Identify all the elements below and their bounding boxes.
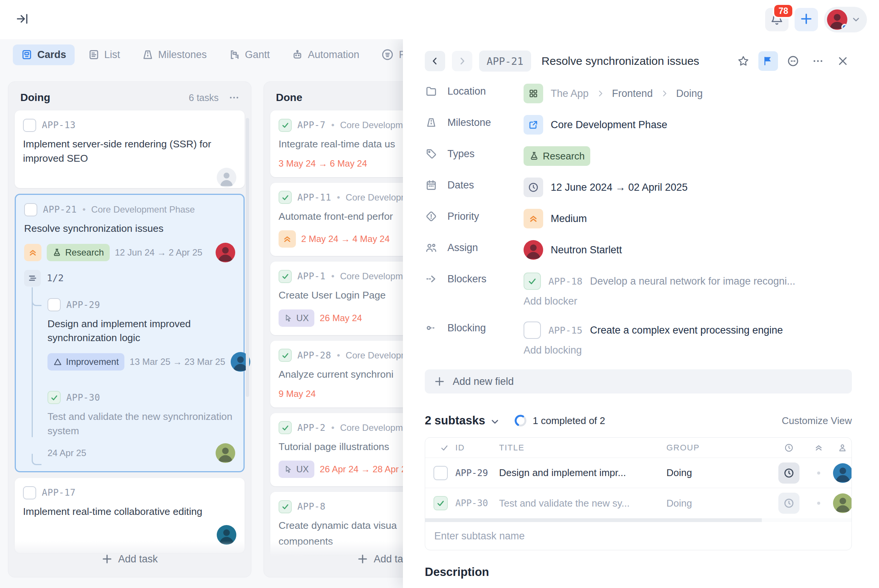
more-options-button[interactable]	[808, 51, 828, 71]
scrollbar-thumb[interactable]	[425, 518, 762, 522]
profile-menu[interactable]	[824, 7, 867, 32]
tab-automation[interactable]: Automation	[283, 44, 368, 65]
type-chip-label: Research	[65, 247, 104, 258]
field-dates: Dates 12 June 2024 → 02 April 2025	[425, 178, 852, 197]
subtask-row-group[interactable]: Doing	[666, 498, 773, 509]
blocking-checkbox[interactable]	[524, 322, 541, 339]
tab-milestones[interactable]: Milestones	[134, 44, 215, 65]
priority-empty-dot[interactable]	[817, 502, 820, 505]
create-task-button[interactable]	[795, 8, 818, 31]
type-chip-research[interactable]: Research	[524, 146, 590, 166]
column-scrollbar[interactable]	[246, 118, 249, 397]
subtask-row-checkbox[interactable]	[433, 466, 448, 480]
copy-link-button[interactable]	[783, 51, 803, 71]
task-card-selected[interactable]: APP-21 • Core Development Phase Resolve …	[15, 194, 245, 472]
blocker-checkbox-checked[interactable]	[524, 273, 541, 290]
column-menu-button[interactable]	[228, 92, 240, 103]
forward-button[interactable]	[452, 51, 472, 71]
subtask-row-title: Test and validate the new sy...	[499, 498, 666, 509]
assign-value[interactable]: Neutron Starlett	[524, 240, 852, 260]
subtask-checkbox-checked[interactable]	[47, 391, 61, 404]
card-list: APP-13 Implement server-side rendering (…	[8, 110, 251, 577]
type-chip-ux[interactable]: UX	[279, 309, 314, 327]
task-card[interactable]: APP-13 Implement server-side rendering (…	[15, 110, 245, 188]
assignee-avatar[interactable]	[216, 243, 235, 262]
column-header-group[interactable]: GROUP	[666, 443, 773, 453]
star-button[interactable]	[734, 51, 753, 71]
subtask-list-icon	[24, 270, 41, 286]
cursor-icon	[284, 465, 292, 473]
tab-cards[interactable]: Cards	[13, 44, 75, 65]
location-breadcrumb[interactable]: The App Frontend Doing	[524, 84, 852, 103]
topbar: 78	[0, 0, 879, 39]
breadcrumb-group[interactable]: Doing	[676, 88, 703, 100]
assignee-placeholder-icon[interactable]	[217, 168, 236, 187]
add-blocker-button[interactable]: Add blocker	[524, 296, 852, 307]
subtask-summary[interactable]: 1/2	[24, 270, 235, 286]
subtask-clock-button[interactable]	[778, 462, 799, 484]
close-panel-button[interactable]	[833, 51, 853, 71]
sidebar-expand-button[interactable]	[12, 9, 32, 30]
flag-button[interactable]	[758, 51, 778, 71]
add-task-button[interactable]: Add task	[8, 541, 251, 577]
panel-task-title[interactable]: Resolve synchronization issues	[542, 55, 727, 67]
blocker-task-title: Develop a neural network for image recog…	[590, 276, 795, 287]
milestone-value[interactable]: Core Development Phase	[524, 115, 852, 135]
dates-value[interactable]: 12 June 2024 → 02 April 2025	[524, 178, 852, 197]
blocker-task-id: APP-18	[548, 276, 582, 287]
subtask-clock-button[interactable]	[778, 493, 799, 514]
assignee-avatar[interactable]	[216, 443, 235, 463]
chevron-down-icon[interactable]	[490, 416, 500, 427]
task-checkbox-checked[interactable]	[279, 119, 292, 132]
task-id-chip[interactable]: APP-21	[479, 51, 531, 72]
task-checkbox-checked[interactable]	[279, 349, 292, 362]
subtask-assignee-avatar[interactable]	[833, 463, 852, 483]
bullet-separator: •	[331, 271, 334, 282]
milestone-name: Core Development Phase	[551, 119, 667, 131]
subtask-checkbox[interactable]	[47, 298, 61, 311]
task-checkbox[interactable]	[24, 203, 37, 216]
new-subtask-input[interactable]	[434, 530, 810, 542]
blocker-item[interactable]: APP-18 Develop a neural network for imag…	[524, 271, 852, 291]
task-checkbox-checked[interactable]	[279, 191, 292, 204]
priority-medium-chip[interactable]	[279, 230, 296, 248]
blocking-item[interactable]: APP-15 Create a complex event processing…	[524, 320, 852, 340]
back-button[interactable]	[425, 51, 445, 71]
type-chip-label: UX	[296, 464, 309, 475]
type-chip-ux[interactable]: UX	[279, 461, 314, 478]
subtask-row-checkbox-checked[interactable]	[433, 496, 448, 510]
type-chip-improvement[interactable]: Improvement	[47, 353, 124, 371]
field-label: Blocking	[425, 320, 524, 334]
task-checkbox[interactable]	[23, 486, 36, 499]
column-header-id[interactable]: ID	[455, 443, 499, 453]
breadcrumb-workspace[interactable]: The App	[551, 88, 589, 100]
task-checkbox-checked[interactable]	[279, 500, 292, 513]
tab-list[interactable]: List	[80, 44, 129, 65]
subtask-card[interactable]: APP-29 Design and implement improved syn…	[47, 289, 235, 372]
assignee-row	[23, 168, 236, 187]
table-horizontal-scrollbar[interactable]	[425, 518, 851, 522]
priority-medium-chip[interactable]	[24, 244, 41, 261]
check-column-icon	[433, 443, 455, 452]
add-new-field-button[interactable]: Add new field	[425, 369, 852, 394]
task-checkbox-checked[interactable]	[279, 421, 292, 434]
customize-view-button[interactable]: Customize View	[782, 415, 852, 427]
subtask-assignee-avatar[interactable]	[833, 493, 852, 513]
automation-robot-icon	[292, 49, 303, 60]
task-detail-panel: APP-21 Resolve synchronization issues	[403, 39, 879, 588]
add-blocking-button[interactable]: Add blocking	[524, 345, 852, 356]
field-label-text: Dates	[447, 179, 474, 191]
priority-value[interactable]: Medium	[524, 209, 852, 228]
subtask-row-completed[interactable]: APP-30 Test and validate the new sy... D…	[425, 488, 851, 518]
breadcrumb-team[interactable]: Frontend	[612, 88, 653, 100]
subtask-card[interactable]: APP-30 Test and validate the new synchro…	[47, 372, 235, 463]
notifications-button[interactable]: 78	[765, 8, 789, 31]
tab-gantt[interactable]: Gantt	[221, 44, 278, 65]
type-chip-research[interactable]: Research	[47, 244, 110, 261]
priority-empty-dot[interactable]	[817, 472, 820, 475]
task-checkbox-checked[interactable]	[279, 270, 292, 283]
subtask-row-group[interactable]: Doing	[666, 467, 773, 479]
task-checkbox[interactable]	[23, 119, 36, 132]
column-header-title[interactable]: TITLE	[499, 443, 666, 453]
subtask-row[interactable]: APP-29 Design and implement impr... Doin…	[425, 458, 851, 488]
